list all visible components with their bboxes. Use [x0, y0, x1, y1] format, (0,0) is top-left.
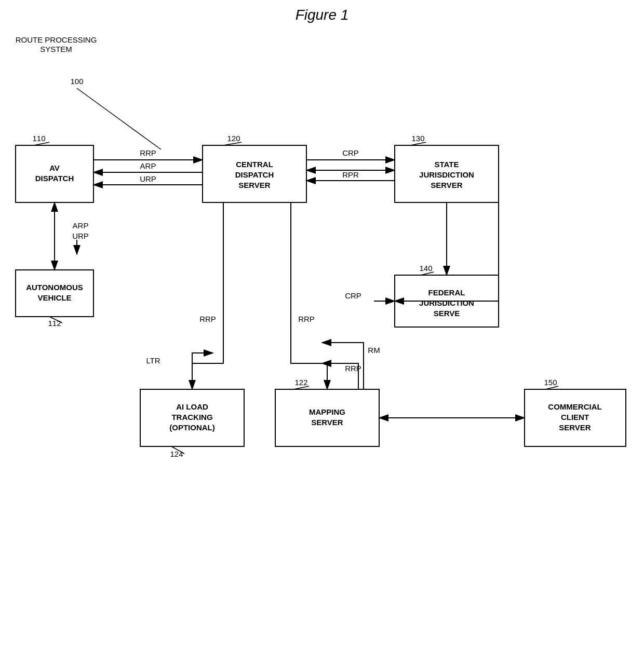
central-mapping-arrow — [291, 202, 327, 389]
ref-110: 110 — [32, 134, 45, 143]
route-processing-label: ROUTE PROCESSING — [16, 35, 97, 44]
rm-label: RM — [368, 346, 380, 355]
rrp-central-mapping-label: RRP — [298, 315, 315, 323]
ref-150: 150 — [544, 378, 557, 387]
urp-label: URP — [140, 174, 156, 183]
ltr-label: LTR — [146, 356, 160, 365]
state-label2: JURISDICTION — [419, 170, 474, 179]
av-label1: AUTONOMOUS — [26, 283, 83, 292]
central-dispatch-label2: DISPATCH — [235, 170, 274, 179]
ltr-arrow — [192, 353, 213, 389]
federal-label1: FEDERAL — [428, 288, 465, 297]
rrp-central-ai-label: RRP — [199, 315, 216, 323]
crp-federal-label: CRP — [345, 291, 361, 300]
arp-label: ARP — [140, 161, 156, 170]
route-line — [77, 88, 161, 149]
urp-vert-label: URP — [72, 232, 89, 240]
av-label2: VEHICLE — [37, 293, 71, 302]
ref-112: 112 — [48, 319, 61, 328]
ref-130: 130 — [411, 134, 424, 143]
arp-vert-label: ARP — [73, 221, 89, 230]
ref-100: 100 — [70, 77, 83, 86]
mapping-label1: MAPPING — [309, 407, 345, 416]
ref-124: 124 — [170, 450, 183, 458]
federal-label3: SERVE — [434, 309, 460, 318]
crp-label: CRP — [342, 148, 359, 157]
ai-load-label1: AI LOAD — [176, 402, 208, 411]
rrp-label-1: RRP — [140, 148, 156, 157]
central-dispatch-label1: CENTRAL — [236, 160, 273, 169]
av-dispatch-label: AV — [49, 164, 60, 172]
route-processing-label2: SYSTEM — [40, 45, 72, 53]
commercial-label1: COMMERCIAL — [548, 402, 601, 411]
commercial-label2: CLIENT — [561, 413, 589, 421]
ref-120: 120 — [227, 134, 240, 143]
ref-122: 122 — [294, 378, 307, 387]
commercial-label3: SERVER — [559, 423, 591, 432]
state-label3: SERVER — [431, 181, 463, 189]
federal-label2: JURISDICTION — [419, 298, 474, 307]
ai-load-label3: (OPTIONAL) — [169, 423, 215, 432]
central-ai-arrow — [192, 202, 223, 389]
ref-140: 140 — [419, 264, 432, 273]
mapping-label2: SERVER — [311, 418, 343, 427]
av-dispatch-label2: DISPATCH — [35, 174, 74, 183]
rrp-mapping-label: RRP — [345, 364, 361, 373]
central-dispatch-label3: SERVER — [238, 181, 271, 189]
state-label1: STATE — [435, 160, 459, 169]
rpr-label: RPR — [342, 170, 359, 179]
ai-load-label2: TRACKING — [171, 413, 212, 421]
figure-title: Figure 1 — [296, 7, 349, 23]
